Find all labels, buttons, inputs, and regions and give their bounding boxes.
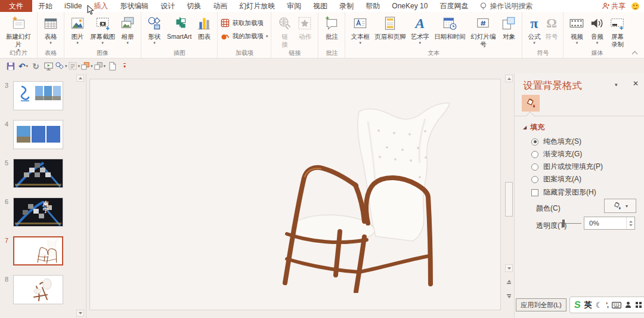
solid-fill-option[interactable]: 纯色填充(S) bbox=[531, 137, 581, 147]
chair-image[interactable] bbox=[251, 84, 466, 293]
punctuation-toggle[interactable]: ’, bbox=[606, 302, 608, 308]
tab-slideshow[interactable]: 幻灯片放映 bbox=[233, 0, 281, 12]
symbol-button[interactable]: Ω 符号 bbox=[543, 14, 560, 41]
up-arrow-icon bbox=[79, 77, 82, 79]
slide-thumbnail-8[interactable] bbox=[13, 275, 63, 304]
screen-recording-icon bbox=[609, 14, 625, 32]
undo-button[interactable]: ↶▾ bbox=[17, 60, 29, 72]
slide-editing-surface[interactable] bbox=[89, 79, 501, 310]
picture-button[interactable]: 图片 ▾ bbox=[67, 14, 88, 45]
thumbnails-scroll-down-button[interactable] bbox=[76, 310, 84, 317]
get-addins-button[interactable]: 获取加载项 bbox=[221, 18, 268, 27]
pane-close-button[interactable]: ✕ bbox=[633, 79, 639, 88]
start-slideshow-button[interactable] bbox=[42, 60, 54, 72]
tab-record[interactable]: 录制 bbox=[333, 0, 360, 12]
tell-me-search[interactable]: 操作说明搜索 bbox=[474, 0, 538, 12]
keyboard-icon[interactable] bbox=[612, 302, 621, 308]
header-footer-button[interactable]: 页眉和页脚 bbox=[372, 14, 408, 41]
slide-thumbnail-3[interactable] bbox=[13, 81, 63, 110]
pane-options-caret[interactable]: ▾ bbox=[615, 82, 618, 88]
audio-button[interactable]: 音频 ▾ bbox=[587, 14, 607, 45]
photo-album-button[interactable]: 相册 ▾ bbox=[117, 14, 138, 45]
slide-thumbnail-5[interactable] bbox=[13, 159, 63, 188]
transparency-slider-track[interactable] bbox=[565, 223, 581, 224]
thumbnail-row: 6 南宁 bbox=[0, 197, 86, 227]
picture-texture-fill-option[interactable]: 图片或纹理填充(P) bbox=[531, 162, 603, 172]
tab-design[interactable]: 设计 bbox=[154, 0, 181, 12]
align-objects-button[interactable]: ▾ bbox=[68, 60, 80, 72]
screenshot-button[interactable]: 屏幕截图 ▾ bbox=[88, 14, 117, 45]
tab-onekey[interactable]: OneKey 10 bbox=[386, 0, 434, 12]
action-button[interactable]: 动作 bbox=[295, 14, 315, 41]
video-button[interactable]: 视频 ▾ bbox=[566, 14, 587, 45]
send-backward-button[interactable]: ▾ bbox=[94, 60, 106, 72]
date-time-button[interactable]: 日期和时间 bbox=[432, 14, 468, 41]
link-button[interactable]: 链接 bbox=[274, 14, 295, 48]
object-icon bbox=[501, 14, 516, 32]
new-document-button[interactable] bbox=[106, 60, 118, 72]
ime-language-toggle[interactable]: 英 bbox=[584, 300, 592, 310]
new-slide-button[interactable]: 新建幻灯片 ▾ bbox=[3, 14, 34, 53]
tab-animations[interactable]: 动画 bbox=[207, 0, 233, 12]
scrollbar-thumb[interactable] bbox=[505, 182, 513, 217]
save-button[interactable] bbox=[5, 60, 17, 72]
picture-icon bbox=[70, 14, 85, 32]
tab-file[interactable]: 文件 bbox=[0, 0, 32, 12]
shapes-button[interactable]: 形状 ▾ bbox=[144, 14, 165, 45]
slide-thumbnail-4[interactable] bbox=[13, 120, 63, 149]
previous-slide-button[interactable] bbox=[505, 278, 513, 286]
object-button[interactable]: 对象 bbox=[499, 14, 519, 41]
fill-tab-button[interactable] bbox=[522, 95, 540, 112]
color-picker-button[interactable]: ▾ bbox=[604, 199, 636, 213]
equation-button[interactable]: π 公式 ▾ bbox=[525, 14, 543, 45]
tab-shape-edit[interactable]: 形状编辑 bbox=[114, 0, 154, 12]
color-label: 颜色(C) bbox=[536, 203, 561, 214]
bring-forward-button[interactable]: ▾ bbox=[80, 60, 93, 72]
person-icon[interactable] bbox=[625, 301, 631, 308]
dropdown-caret-icon: ▾ bbox=[49, 41, 52, 45]
wordart-button[interactable]: A 艺术字 ▾ bbox=[408, 14, 432, 45]
slide-number-button[interactable]: 幻灯片编号 bbox=[467, 14, 499, 48]
moon-icon[interactable]: ☾ bbox=[596, 301, 603, 310]
tab-home[interactable]: 开始 bbox=[32, 0, 58, 12]
next-slide-icon bbox=[507, 296, 511, 298]
scroll-down-button[interactable] bbox=[505, 264, 513, 272]
smartart-button[interactable]: SmartArt bbox=[165, 14, 194, 41]
slide-thumbnail-7-selected[interactable] bbox=[13, 236, 63, 265]
tab-review[interactable]: 审阅 bbox=[281, 0, 307, 12]
sogou-logo-icon[interactable]: S bbox=[574, 300, 581, 310]
comment-button[interactable]: 批注 bbox=[321, 14, 342, 41]
slide-thumbnail-6[interactable]: 南宁 bbox=[13, 197, 63, 227]
share-button[interactable]: 共享 bbox=[602, 1, 626, 11]
apply-to-all-button[interactable]: 应用到全部(L) bbox=[516, 298, 566, 311]
redo-button[interactable]: ↻ bbox=[30, 60, 42, 72]
feedback-smiley-icon[interactable] bbox=[631, 2, 639, 10]
next-slide-button[interactable] bbox=[505, 292, 513, 300]
tab-help[interactable]: 帮助 bbox=[360, 0, 386, 12]
tab-islide[interactable]: iSlide bbox=[58, 0, 88, 12]
fill-section-header[interactable]: ◢ 填充 bbox=[523, 122, 544, 132]
tab-view[interactable]: 视图 bbox=[307, 0, 333, 12]
customize-qat-button[interactable]: ▾ bbox=[119, 60, 131, 72]
insert-shapes-button[interactable]: ▾ bbox=[55, 60, 67, 72]
collapse-ribbon-button[interactable] bbox=[632, 50, 637, 55]
group-table: 表格 ▾ 表格 bbox=[38, 12, 64, 58]
tab-baidu-netdisk[interactable]: 百度网盘 bbox=[434, 0, 474, 12]
screen-recording-button[interactable]: 屏幕录制 bbox=[607, 14, 627, 48]
spinner-arrows[interactable] bbox=[626, 217, 634, 229]
store-icon bbox=[221, 18, 230, 27]
gradient-fill-option[interactable]: 渐变填充(G) bbox=[531, 149, 582, 159]
toolbox-grid-icon[interactable] bbox=[635, 301, 642, 308]
dropdown-caret-icon: ▾ bbox=[596, 41, 599, 45]
chart-button[interactable]: 图表 bbox=[194, 14, 214, 41]
my-addins-button[interactable]: 我的加载项 ▾ bbox=[221, 32, 268, 41]
chart-icon bbox=[196, 14, 212, 32]
hide-background-graphics-checkbox[interactable]: 隐藏背景图形(H) bbox=[531, 187, 596, 197]
thumbnails-scroll-up-button[interactable] bbox=[76, 75, 84, 82]
pattern-fill-option[interactable]: 图案填充(A) bbox=[531, 174, 581, 184]
table-button[interactable]: 表格 ▾ bbox=[41, 14, 61, 45]
tab-transitions[interactable]: 切换 bbox=[181, 0, 207, 12]
transparency-spinbox[interactable]: 0% bbox=[584, 217, 635, 230]
scroll-up-button[interactable] bbox=[505, 75, 513, 82]
textbox-button[interactable]: 文本框 ▾ bbox=[348, 14, 372, 45]
